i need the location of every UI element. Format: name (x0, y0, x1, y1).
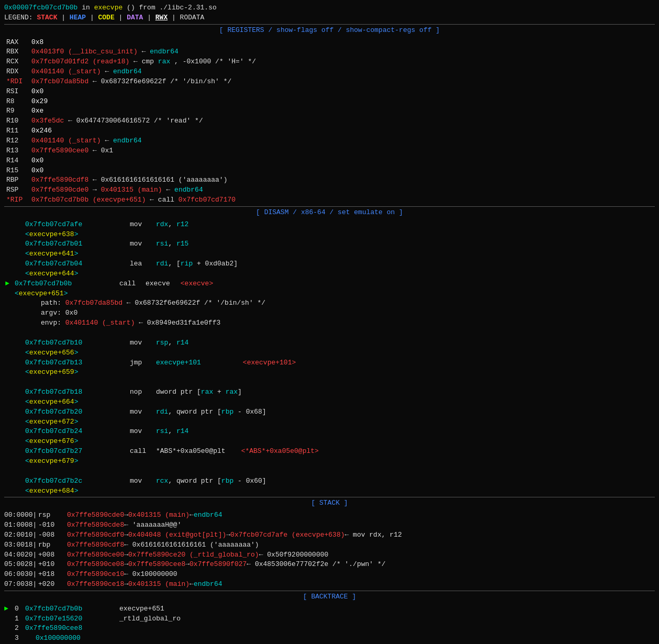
header-in: in (82, 4, 94, 12)
disasm-arg-envp: envp: 0x401140 (_start) ← 0x8949ed31fa1e… (4, 318, 655, 328)
backtrace-row-0: ► 0 0x7fcb07cd7b0b execvpe+651 (4, 604, 655, 614)
legend-code: CODE (98, 14, 115, 21)
register-rdx: RDX 0x401140 (_start) ← endbr64 (4, 67, 655, 77)
stack-row-3: 03:0018| rbp 0x7ffe5890cdf8 ← 0x61616161… (4, 540, 655, 550)
backtrace-row-1: 1 0x7fcb07e15620 _rtld_global_ro (4, 614, 655, 624)
header-line: 0x00007fcb07cd7b0b in execvpe () from ./… (4, 3, 655, 13)
backtrace-row-3: 3 0x100000000 (4, 634, 655, 643)
register-r13: R13 0x7ffe5890cee0 ← 0x1 (4, 146, 655, 156)
disasm-arg-argv: argv: 0x0 (4, 308, 655, 318)
stack-row-5: 05:0028| +010 0x7ffe5890ce08 → 0x7ffe589… (4, 560, 655, 570)
disasm-line-2: 0x7fcb07cd7b01 <execvpe+641> mov rsi, r1… (4, 239, 655, 259)
disasm-line-1: 0x7fcb07cd7afe <execvpe+638> mov rdx, r1… (4, 220, 655, 240)
register-r14: R14 0x0 (4, 156, 655, 166)
disasm-line-8: 0x7fcb07cd7b20 <execvpe+672> mov rdi, qw… (4, 407, 655, 427)
register-r10: R10 0x3fe5dc ← 0x6474730064616572 /* 're… (4, 116, 655, 126)
backtrace-row-2: 2 0x7ffe5890cee8 (4, 624, 655, 634)
register-rcx: RCX 0x7fcb07d01fd2 (read+18) ← cmp rax ,… (4, 57, 655, 67)
register-r15: R15 0x0 (4, 166, 655, 176)
disasm-header: [ DISASM / x86-64 / set emulate on ] (4, 206, 655, 219)
stack-row-2: 02:0010| -008 0x7ffe5890cdf0 → 0x404048 … (4, 530, 655, 540)
register-rax: RAX 0x8 (4, 38, 655, 48)
header-func: execvpe (94, 4, 123, 12)
register-r9: R9 0xe (4, 106, 655, 116)
legend-label: LEGEND: (4, 14, 37, 21)
disasm-line-current: ► 0x7fcb07cd7b0b <execvpe+651> call exec… (4, 279, 655, 299)
register-rsi: RSI 0x0 (4, 87, 655, 97)
legend-heap: HEAP (70, 14, 86, 21)
legend-rwx: RWX (155, 14, 167, 21)
register-r11: R11 0x246 (4, 126, 655, 136)
disasm-line-11: 0x7fcb07cd7b2c <execvpe+684> mov rcx, qw… (4, 476, 655, 496)
terminal-output: 0x00007fcb07cd7b0b in execvpe () from ./… (4, 3, 655, 644)
stack-row-0: 00:0000| rsp 0x7ffe5890cde0 → 0x401315 (… (4, 510, 655, 520)
legend-data: DATA (127, 14, 143, 21)
disasm-line-10: 0x7fcb07cd7b27 <execvpe+679> call *ABS*+… (4, 447, 655, 467)
stack-row-1: 01:0008| -010 0x7ffe5890cde8 ← 'aaaaaaaH… (4, 520, 655, 530)
stack-row-6: 06:0030| +018 0x7ffe5890ce10 ← 0x1000000… (4, 570, 655, 580)
header-args: () (127, 4, 135, 12)
register-rbx: RBX 0x4013f0 (__libc_csu_init) ← endbr64 (4, 47, 655, 57)
stack-row-4: 04:0020| +008 0x7ffe5890ce00 → 0x7ffe589… (4, 550, 655, 560)
legend-rodata: RODATA (180, 14, 205, 21)
registers-header: [ REGISTERS / show-flags off / show-comp… (4, 24, 655, 37)
register-r8: R8 0x29 (4, 97, 655, 107)
register-rbp: RBP 0x7ffe5890cdf8 ← 0x6161616161616161 … (4, 175, 655, 185)
stack-row-7: 07:0038| +020 0x7ffe5890ce18 → 0x401315 … (4, 580, 655, 590)
header-lib: ./libc-2.31.so (160, 4, 217, 12)
backtrace-header: [ BACKTRACE ] (4, 591, 655, 603)
register-rdi: *RDI 0x7fcb07da85bd ← 0x68732f6e69622f /… (4, 77, 655, 87)
disasm-line-7: 0x7fcb07cd7b18 <execvpe+664> nop dword p… (4, 387, 655, 407)
stack-header: [ STACK ] (4, 497, 655, 509)
disasm-arg-path: path: 0x7fcb07da85bd ← 0x68732f6e69622f … (4, 298, 655, 308)
register-r12: R12 0x401140 (_start) ← endbr64 (4, 136, 655, 146)
header-addr: 0x00007fcb07cd7b0b (4, 4, 77, 12)
disasm-line-6: 0x7fcb07cd7b13 <execvpe+659> jmp execvpe… (4, 358, 655, 378)
register-rsp: RSP 0x7ffe5890cde0 → 0x401315 (main) ← e… (4, 185, 655, 195)
disasm-line-9: 0x7fcb07cd7b24 <execvpe+676> mov rsi, r1… (4, 427, 655, 447)
legend-stack: STACK (37, 14, 57, 21)
legend-line: LEGEND: STACK | HEAP | CODE | DATA | RWX… (4, 13, 655, 23)
disasm-line-5: 0x7fcb07cd7b10 <execvpe+656> mov rsp, r1… (4, 338, 655, 358)
header-from: from (139, 4, 160, 12)
disasm-line-3: 0x7fcb07cd7b04 <execvpe+644> lea rdi, [r… (4, 259, 655, 279)
register-rip: *RIP 0x7fcb07cd7b0b (execvpe+651) ← call… (4, 195, 655, 205)
